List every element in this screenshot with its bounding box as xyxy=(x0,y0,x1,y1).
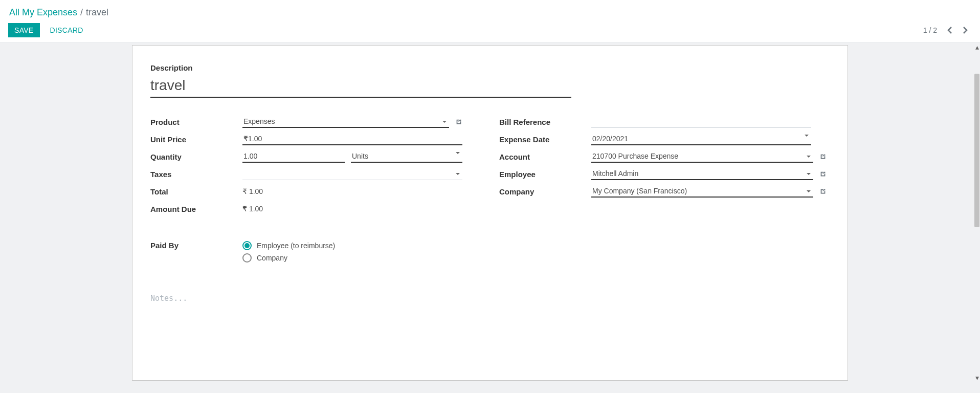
discard-button[interactable]: DISCARD xyxy=(44,23,90,37)
total-label: Total xyxy=(150,187,242,196)
account-input[interactable] xyxy=(591,150,813,163)
scrollbar[interactable]: ▴ ▾ xyxy=(974,43,980,381)
quantity-input[interactable] xyxy=(242,150,345,163)
pager-text: 1 / 2 xyxy=(923,26,937,34)
radio-unselected-icon xyxy=(242,253,252,263)
total-value: ₹ 1.00 xyxy=(242,187,263,195)
taxes-label: Taxes xyxy=(150,170,242,179)
company-input[interactable] xyxy=(591,185,813,198)
pager: 1 / 2 xyxy=(923,24,972,36)
employee-external-link-icon[interactable] xyxy=(819,170,827,178)
unit-price-input[interactable] xyxy=(242,133,462,145)
bill-reference-input[interactable] xyxy=(591,116,811,128)
radio-selected-icon xyxy=(242,241,252,250)
paid-by-company-label: Company xyxy=(257,254,287,262)
quantity-label: Quantity xyxy=(150,152,242,161)
company-external-link-icon[interactable] xyxy=(819,188,827,195)
scroll-down-icon[interactable]: ▾ xyxy=(974,374,980,381)
save-button[interactable]: SAVE xyxy=(8,23,40,37)
scroll-thumb[interactable] xyxy=(974,74,979,227)
uom-input[interactable] xyxy=(351,150,462,163)
product-label: Product xyxy=(150,118,242,126)
product-input[interactable] xyxy=(242,116,449,128)
breadcrumb: All My Expenses / travel xyxy=(8,4,972,20)
amount-due-value: ₹ 1.00 xyxy=(242,205,263,213)
amount-due-label: Amount Due xyxy=(150,205,242,213)
expense-date-input[interactable] xyxy=(591,133,811,145)
paid-by-employee-radio[interactable]: Employee (to reimburse) xyxy=(242,241,490,250)
account-external-link-icon[interactable] xyxy=(819,153,827,160)
employee-label: Employee xyxy=(499,170,591,179)
expense-date-label: Expense Date xyxy=(499,135,591,144)
pager-prev-icon[interactable] xyxy=(943,24,957,36)
taxes-input[interactable] xyxy=(242,168,462,180)
paid-by-company-radio[interactable]: Company xyxy=(242,253,490,263)
bill-reference-label: Bill Reference xyxy=(499,118,591,126)
product-external-link-icon[interactable] xyxy=(455,118,462,125)
scroll-up-icon[interactable]: ▴ xyxy=(974,43,980,50)
company-label: Company xyxy=(499,187,591,196)
form-sheet: Description Product Unit Price xyxy=(132,45,848,381)
breadcrumb-separator: / xyxy=(80,7,83,18)
pager-next-icon[interactable] xyxy=(957,24,972,36)
breadcrumb-current: travel xyxy=(86,7,108,18)
paid-by-label: Paid By xyxy=(150,238,242,250)
description-label: Description xyxy=(150,63,830,72)
breadcrumb-root-link[interactable]: All My Expenses xyxy=(9,7,77,18)
description-input[interactable] xyxy=(150,74,571,98)
unit-price-label: Unit Price xyxy=(150,135,242,144)
notes-textarea[interactable] xyxy=(150,294,830,303)
account-label: Account xyxy=(499,152,591,161)
paid-by-employee-label: Employee (to reimburse) xyxy=(257,242,335,250)
employee-input[interactable] xyxy=(591,168,813,180)
